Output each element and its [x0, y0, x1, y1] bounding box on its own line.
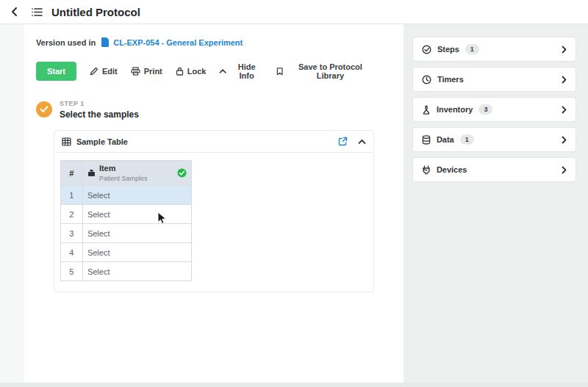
column-valid-check-icon	[177, 168, 187, 178]
table-row[interactable]: 4 Select	[60, 243, 191, 262]
save-to-library-label: Save to Protocol Library	[287, 62, 374, 80]
row-number: 3	[60, 224, 82, 243]
right-sidebar: Steps 1 Timers Inventory 3	[404, 24, 588, 383]
sidebar-item-data[interactable]: Data 1	[412, 127, 576, 152]
document-icon	[101, 37, 110, 47]
edit-button[interactable]: Edit	[90, 67, 118, 76]
version-row: Version used in CL-EXP-054 - General Exp…	[36, 37, 374, 47]
clock-icon	[422, 75, 431, 84]
sidebar-item-inventory[interactable]: Inventory 3	[412, 97, 576, 122]
step-header: STEP 1 Select the samples	[36, 100, 374, 120]
pencil-icon	[90, 67, 98, 76]
lock-label: Lock	[187, 67, 207, 76]
data-count-badge: 1	[460, 134, 474, 145]
experiment-link[interactable]: CL-EXP-054 - General Experiment	[101, 37, 243, 47]
main-panel: Version used in CL-EXP-054 - General Exp…	[24, 24, 404, 383]
edit-label: Edit	[102, 67, 118, 76]
table-header-row: # Item Patient Samples	[60, 161, 191, 186]
print-button[interactable]: Print	[131, 67, 162, 76]
back-icon[interactable]	[7, 4, 22, 19]
bookmark-icon	[276, 67, 283, 76]
table-icon	[62, 137, 71, 146]
sample-table-title: Sample Table	[76, 137, 128, 146]
select-cell[interactable]: Select	[82, 224, 191, 243]
sidebar-item-label: Data	[437, 135, 454, 144]
sidebar-item-timers[interactable]: Timers	[412, 67, 576, 92]
row-number: 4	[60, 243, 82, 262]
lock-icon	[176, 67, 184, 76]
item-column-label: Item	[99, 164, 116, 173]
select-cell[interactable]: Select	[82, 186, 191, 205]
row-number: 5	[60, 262, 82, 281]
table-row[interactable]: 3 Select	[60, 224, 191, 243]
row-number: 1	[60, 186, 82, 205]
hide-info-button[interactable]: Hide Info	[219, 62, 262, 80]
steps-check-icon	[422, 45, 431, 54]
table-row[interactable]: 1 Select	[60, 186, 191, 205]
sample-table: # Item Patient Samples	[60, 160, 192, 281]
chevron-up-icon	[219, 68, 226, 74]
save-to-library-button[interactable]: Save to Protocol Library	[276, 62, 374, 80]
steps-count-badge: 1	[465, 44, 479, 54]
step-title: Select the samples	[60, 109, 139, 120]
item-icon	[87, 169, 96, 177]
experiment-link-label: CL-EXP-054 - General Experiment	[113, 38, 243, 47]
start-button[interactable]: Start	[36, 62, 76, 81]
version-used-in-label: Version used in	[36, 38, 96, 47]
sample-table-card-header: Sample Table	[54, 131, 373, 153]
chevron-right-icon	[562, 166, 567, 174]
chevron-right-icon	[562, 106, 567, 114]
chevron-right-icon	[562, 46, 567, 54]
sidebar-item-label: Devices	[437, 165, 467, 174]
column-header-number: #	[60, 161, 82, 186]
table-row[interactable]: 5 Select	[60, 262, 191, 281]
select-cell[interactable]: Select	[82, 262, 191, 281]
toolbar: Start Edit Print Lock Hide Info Save to …	[36, 62, 374, 81]
column-header-item: Item Patient Samples	[82, 161, 191, 186]
sidebar-item-steps[interactable]: Steps 1	[412, 37, 576, 62]
collapse-table-icon[interactable]	[358, 139, 366, 145]
open-external-icon[interactable]	[338, 137, 348, 146]
printer-icon	[131, 67, 140, 76]
protocol-list-icon[interactable]	[29, 4, 44, 19]
sidebar-item-devices[interactable]: Devices	[412, 157, 576, 182]
chevron-right-icon	[562, 76, 567, 84]
hide-info-label: Hide Info	[231, 62, 263, 80]
step-check-icon[interactable]	[36, 101, 52, 117]
lock-button[interactable]: Lock	[176, 67, 207, 76]
item-column-sublabel: Patient Samples	[99, 175, 148, 182]
bottom-strip	[0, 383, 588, 387]
select-cell[interactable]: Select	[82, 205, 191, 224]
step-number-label: STEP 1	[60, 100, 139, 107]
sidebar-item-label: Steps	[437, 45, 459, 54]
page-title: Untitled Protocol	[51, 6, 140, 18]
print-label: Print	[144, 67, 162, 76]
plug-icon	[422, 165, 431, 175]
inventory-count-badge: 3	[478, 104, 492, 115]
database-icon	[422, 135, 431, 145]
row-number: 2	[60, 205, 82, 224]
select-cell[interactable]: Select	[82, 243, 191, 262]
sidebar-item-label: Timers	[437, 75, 464, 84]
left-gutter	[0, 24, 24, 383]
sidebar-item-label: Inventory	[437, 105, 473, 114]
top-header: Untitled Protocol	[0, 0, 588, 24]
table-row[interactable]: 2 Select	[60, 205, 191, 224]
flask-icon	[422, 105, 431, 115]
chevron-right-icon	[562, 136, 567, 144]
sample-table-card: Sample Table #	[54, 130, 374, 292]
